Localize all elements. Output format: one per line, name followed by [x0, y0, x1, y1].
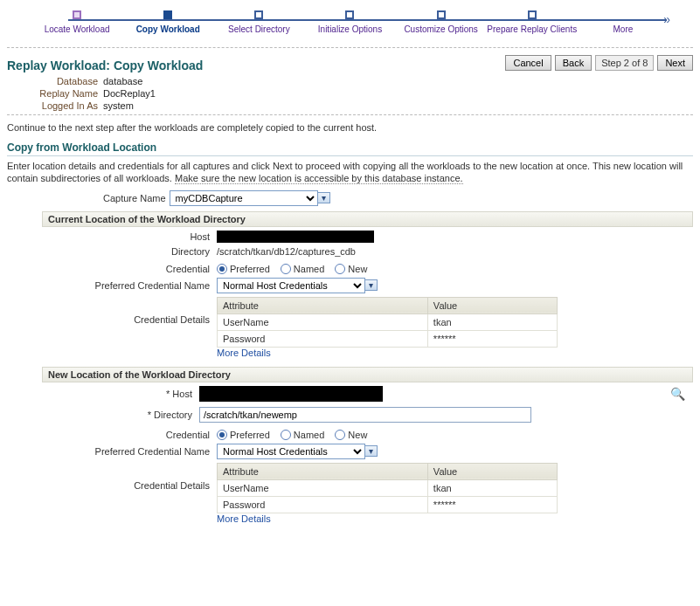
subheader-new-location: New Location of the Workload Directory	[42, 367, 693, 382]
table-row: Password******	[218, 330, 558, 347]
database-label: Database	[7, 76, 103, 86]
wizard-step-copy-workload[interactable]: Copy Workload	[122, 10, 213, 34]
radio-preferred[interactable]: Preferred	[217, 430, 270, 440]
credential-details-label: Credential Details	[59, 463, 217, 491]
directory-value: /scratch/tkan/db12/captures_cdb	[217, 246, 693, 257]
radio-icon	[281, 264, 291, 274]
cell-attr: UserName	[218, 479, 428, 496]
wizard-step-label: Customize Options	[404, 24, 477, 34]
host-value-redacted	[217, 231, 374, 243]
table-row: Password******	[218, 496, 558, 513]
search-icon[interactable]: 🔍	[667, 387, 693, 401]
more-details-link[interactable]: More Details	[217, 348, 271, 358]
wizard-step-initialize-options[interactable]: Initialize Options	[304, 10, 395, 34]
radio-new[interactable]: New	[335, 430, 367, 440]
pref-cred-name-label: Preferred Credential Name	[59, 280, 217, 291]
cell-attr: Password	[218, 496, 428, 513]
database-value: database	[103, 76, 203, 86]
credential-radio-group: Preferred Named New	[217, 264, 693, 274]
capture-name-label: Capture Name	[103, 193, 166, 203]
radio-icon	[335, 264, 345, 274]
radio-label: Preferred	[230, 430, 270, 440]
dropdown-icon[interactable]: ▾	[364, 279, 378, 291]
dropdown-icon[interactable]: ▾	[364, 445, 378, 457]
credential-label: Credential	[59, 264, 217, 274]
col-attribute: Attribute	[218, 463, 428, 479]
cell-attr: Password	[218, 330, 428, 347]
meta-info: Database database Replay Name DocReplay1…	[7, 76, 203, 111]
directory-label: Directory	[59, 246, 217, 257]
back-button[interactable]: Back	[555, 55, 592, 71]
logged-in-as-value: system	[103, 100, 203, 111]
host-label: Host	[59, 231, 217, 242]
new-directory-input[interactable]	[199, 407, 531, 423]
wizard-step-label: Select Directory	[228, 24, 290, 34]
col-value: Value	[427, 297, 557, 313]
cell-val: tkan	[427, 313, 557, 330]
cell-val: ******	[427, 330, 557, 347]
page-title: Replay Workload: Copy Workload	[7, 59, 203, 72]
cell-val: ******	[427, 496, 557, 513]
wizard-breadcrumb: » Locate Workload Copy Workload Select D…	[7, 10, 693, 42]
wizard-step-more[interactable]: More	[578, 10, 669, 34]
action-buttons: Cancel Back Step 2 of 8 Next	[505, 55, 693, 71]
credential-details-label: Credential Details	[59, 297, 217, 325]
radio-label: Preferred	[230, 264, 270, 274]
wizard-step-label: Initialize Options	[318, 24, 382, 34]
col-value: Value	[427, 463, 557, 479]
wizard-step-label: Prepare Replay Clients	[487, 24, 577, 34]
instruction-text: Continue to the next step after the work…	[7, 122, 693, 133]
wizard-step-customize-options[interactable]: Customize Options	[396, 10, 487, 34]
col-attribute: Attribute	[218, 297, 428, 313]
radio-label: Named	[294, 264, 324, 274]
more-details-link[interactable]: More Details	[217, 513, 271, 524]
section-copy-from-workload-location: Copy from Workload Location	[7, 141, 693, 156]
radio-named[interactable]: Named	[281, 264, 324, 274]
credential-radio-group: Preferred Named New	[217, 430, 693, 440]
cancel-button[interactable]: Cancel	[505, 55, 551, 71]
table-row: UserNametkan	[218, 479, 558, 496]
radio-icon	[217, 430, 227, 440]
radio-icon	[217, 264, 227, 274]
credential-details-table: AttributeValue UserNametkan Password****…	[217, 463, 558, 513]
next-button[interactable]: Next	[657, 55, 693, 71]
radio-icon	[335, 430, 345, 440]
replay-name-label: Replay Name	[7, 88, 103, 99]
wizard-step-label: More	[613, 24, 634, 34]
wizard-step-label: Locate Workload	[45, 24, 110, 34]
dropdown-icon[interactable]: ▾	[317, 192, 330, 203]
pref-cred-name-select[interactable]: Normal Host Credentials	[217, 278, 365, 293]
table-row: UserNametkan	[218, 313, 558, 330]
radio-named[interactable]: Named	[281, 430, 324, 440]
radio-new[interactable]: New	[335, 264, 367, 274]
radio-label: Named	[294, 430, 324, 440]
cell-val: tkan	[427, 479, 557, 496]
credential-label: Credential	[59, 430, 217, 440]
cell-attr: UserName	[218, 313, 428, 330]
radio-icon	[281, 430, 291, 440]
pref-cred-name-label: Preferred Credential Name	[59, 446, 217, 457]
capture-name-select[interactable]: myCDBCapture	[170, 190, 318, 206]
section-desc: Enter location details and credentials f…	[7, 160, 693, 185]
wizard-step-locate-workload[interactable]: Locate Workload	[31, 10, 122, 34]
wizard-step-select-directory[interactable]: Select Directory	[213, 10, 304, 34]
wizard-step-prepare-replay-clients[interactable]: Prepare Replay Clients	[487, 10, 578, 34]
logged-in-as-label: Logged In As	[7, 100, 103, 111]
replay-name-value: DocReplay1	[103, 88, 203, 99]
new-host-label: * Host	[59, 389, 199, 399]
divider	[7, 47, 693, 48]
subheader-current-location: Current Location of the Workload Directo…	[42, 211, 693, 227]
new-host-input-redacted[interactable]	[199, 386, 383, 402]
new-directory-label: * Directory	[59, 410, 199, 420]
radio-label: New	[348, 430, 367, 440]
divider	[7, 114, 693, 115]
credential-details-table: AttributeValue UserNametkan Password****…	[217, 297, 558, 348]
radio-preferred[interactable]: Preferred	[217, 264, 270, 274]
pref-cred-name-select[interactable]: Normal Host Credentials	[217, 444, 365, 459]
wizard-step-label: Copy Workload	[136, 24, 200, 34]
section-desc-b: Make sure the new location is accessible…	[175, 173, 463, 184]
radio-label: New	[348, 264, 367, 274]
step-indicator: Step 2 of 8	[595, 55, 654, 71]
